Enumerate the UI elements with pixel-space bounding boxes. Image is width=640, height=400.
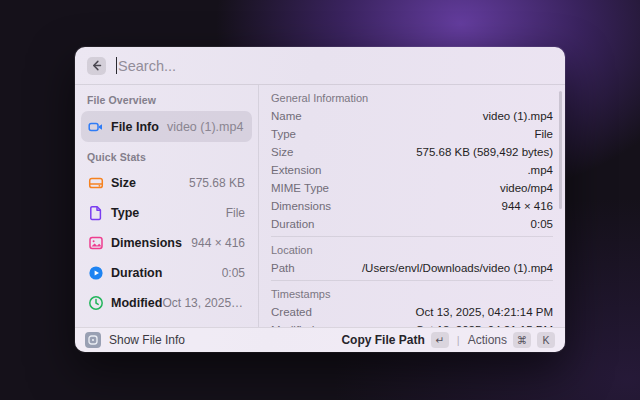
detail-row-extension: Extension .mp4 (271, 161, 553, 179)
actions-button[interactable]: Actions (468, 333, 507, 347)
section-title-file-overview: File Overview (81, 93, 252, 107)
sidebar-item-label: File Info (111, 120, 159, 134)
sidebar-item-file-info[interactable]: File Info video (1).mp4 (81, 111, 252, 142)
search-input[interactable] (118, 58, 553, 74)
detail-row-type: Type File (271, 125, 553, 143)
return-keycap: ↵ (431, 332, 449, 348)
play-circle-icon (88, 265, 104, 281)
footer-command-label: Show File Info (109, 333, 185, 347)
scrollbar-thumb[interactable] (559, 91, 562, 209)
back-button[interactable] (87, 57, 106, 75)
command-keycap: ⌘ (513, 332, 531, 348)
file-info-window: File Overview File Info video (1).mp4 Qu… (75, 47, 565, 352)
sidebar-item-modified[interactable]: Modified Oct 13, 2025, 04:2... (81, 288, 252, 318)
section-title-timestamps: Timestamps (271, 285, 553, 303)
sidebar-item-size[interactable]: Size 575.68 KB (81, 168, 252, 198)
detail-row-mime-type: MIME Type video/mp4 (271, 179, 553, 197)
details-panel: General Information Name video (1).mp4 T… (259, 85, 565, 327)
section-divider (271, 280, 553, 281)
detail-row-duration: Duration 0:05 (271, 215, 553, 233)
sidebar-item-duration[interactable]: Duration 0:05 (81, 258, 252, 288)
detail-row-modified: Modified Oct 13, 2025, 04:21:15 PM (271, 321, 553, 327)
footer-bar: Show File Info Copy File Path ↵ | Action… (75, 327, 565, 352)
hard-drive-icon (88, 175, 104, 191)
desktop-background: File Overview File Info video (1).mp4 Qu… (0, 0, 640, 400)
detail-row-dimensions: Dimensions 944 × 416 (271, 197, 553, 215)
footer-separator: | (457, 334, 460, 346)
k-keycap: K (537, 332, 555, 348)
section-title-general-information: General Information (271, 89, 553, 107)
back-arrow-icon (91, 60, 102, 71)
video-camera-icon (88, 119, 104, 135)
detail-row-path: Path /Users/envl/Downloads/video (1).mp4 (271, 259, 553, 277)
detail-row-name: Name video (1).mp4 (271, 107, 553, 125)
section-title-location: Location (271, 241, 553, 259)
section-divider (271, 236, 553, 237)
document-icon (88, 205, 104, 221)
clock-icon (88, 295, 104, 311)
text-cursor (116, 57, 117, 74)
sidebar: File Overview File Info video (1).mp4 Qu… (75, 85, 258, 327)
sidebar-item-type[interactable]: Type File (81, 198, 252, 228)
show-file-info-app-icon (85, 332, 101, 348)
section-title-quick-stats: Quick Stats (81, 150, 252, 164)
sidebar-item-subtitle: video (1).mp4 (167, 120, 243, 134)
search-header (75, 47, 565, 85)
copy-file-path-button[interactable]: Copy File Path (341, 333, 424, 347)
detail-row-size: Size 575.68 KB (589,492 bytes) (271, 143, 553, 161)
sidebar-item-dimensions[interactable]: Dimensions 944 × 416 (81, 228, 252, 258)
detail-row-created: Created Oct 13, 2025, 04:21:14 PM (271, 303, 553, 321)
image-icon (88, 235, 104, 251)
